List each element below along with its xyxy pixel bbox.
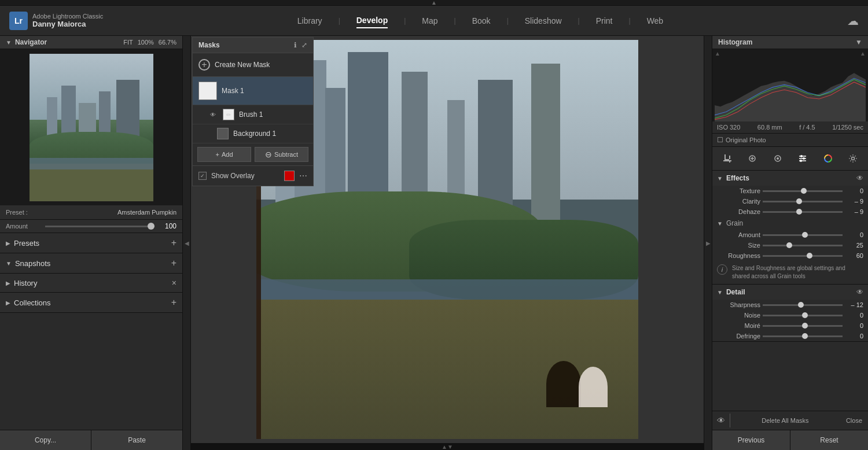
- hist-focal: 60.8 mm: [757, 124, 782, 131]
- collections-collapse-icon: ▶: [6, 300, 10, 306]
- create-mask-plus-icon: +: [198, 59, 210, 71]
- presets-add-btn[interactable]: +: [171, 238, 176, 248]
- cloud-icon[interactable]: ☁: [847, 14, 859, 28]
- masks-panel-header: Masks ℹ ⤢: [193, 38, 313, 53]
- nav-item-map[interactable]: Map: [422, 14, 437, 28]
- detail-visibility-icon[interactable]: 👁: [856, 288, 863, 296]
- background-1-item[interactable]: Background 1: [193, 124, 313, 143]
- effects-visibility-icon[interactable]: 👁: [856, 174, 863, 182]
- background-1-label: Background 1: [233, 130, 276, 138]
- sharpness-slider[interactable]: [763, 304, 843, 306]
- texture-slider[interactable]: [763, 190, 843, 192]
- show-overlay-label[interactable]: Show Overlay: [211, 172, 255, 180]
- moire-thumb: [802, 323, 808, 329]
- settings-tool-icon[interactable]: [845, 150, 861, 167]
- snapshots-add-btn[interactable]: +: [171, 258, 176, 268]
- amount-label: Amount: [6, 223, 41, 230]
- right-panel: Histogram ▼ ▲ ▲ ISO 320 60.8 mm f / 4.5: [712, 36, 868, 450]
- mask-tool-icon[interactable]: [770, 150, 786, 167]
- presets-section-header[interactable]: ▶ Presets +: [0, 233, 182, 253]
- mask-1-item[interactable]: Mask 1: [193, 77, 313, 105]
- collections-add-btn[interactable]: +: [171, 297, 176, 308]
- left-bottom: Copy... Paste: [0, 430, 182, 450]
- masks-expand-icon[interactable]: ⤢: [301, 41, 307, 49]
- delete-all-masks-button[interactable]: Delete All Masks: [730, 414, 840, 427]
- main-photo: [256, 40, 638, 439]
- right-panel-collapse[interactable]: ▶: [704, 36, 712, 450]
- masks-info-icon[interactable]: ℹ: [294, 41, 297, 49]
- noise-slider[interactable]: [763, 315, 843, 316]
- grain-amount-slider[interactable]: [763, 234, 843, 236]
- show-overlay-checkbox[interactable]: ✓: [198, 172, 207, 180]
- grain-collapse-icon[interactable]: ▼: [717, 220, 723, 227]
- moire-slider[interactable]: [763, 325, 843, 327]
- grain-size-slider[interactable]: [763, 245, 843, 246]
- navigator-collapse-icon[interactable]: ▼: [6, 39, 12, 46]
- effects-collapse-icon: ▼: [717, 175, 723, 182]
- left-panel-collapse[interactable]: ◀: [183, 36, 191, 450]
- subtract-label: Subtract: [274, 151, 298, 158]
- detail-section-header[interactable]: ▼ Detail 👁: [712, 285, 868, 300]
- overlay-color-swatch[interactable]: [284, 171, 295, 181]
- dehaze-slider[interactable]: [763, 211, 843, 213]
- add-mask-button[interactable]: + Add: [197, 147, 251, 162]
- create-mask-label: Create New Mask: [215, 61, 270, 69]
- overlay-options-icon[interactable]: ⋯: [299, 171, 307, 180]
- brush-1-label: Brush 1: [239, 110, 263, 119]
- histogram-expand-icon[interactable]: ▼: [855, 38, 862, 46]
- photo-container[interactable]: DSCF2991.RAF 22/10/2023 15:27:10 4160 x …: [191, 36, 704, 443]
- nav-item-library[interactable]: Library: [297, 14, 322, 28]
- defringe-slider[interactable]: [763, 335, 843, 337]
- nav-item-print[interactable]: Print: [596, 14, 613, 28]
- nav-item-web[interactable]: Web: [647, 14, 664, 28]
- navigator-header: ▼ Navigator FIT 100% 66.7%: [0, 36, 182, 49]
- history-section-header[interactable]: ▶ History ×: [0, 274, 182, 293]
- nav-item-develop[interactable]: Develop: [356, 13, 388, 28]
- brush-1-thumbnail: ✏: [223, 109, 234, 120]
- clarity-slider[interactable]: [763, 201, 843, 202]
- collections-section-header[interactable]: ▶ Collections +: [0, 293, 182, 313]
- brush-visibility-icon[interactable]: 👁: [210, 112, 216, 118]
- eye-button[interactable]: 👁: [717, 416, 725, 425]
- previous-button[interactable]: Previous: [712, 430, 790, 450]
- amount-row: Amount 100: [0, 220, 182, 233]
- shadow-clipping-icon[interactable]: ▲: [715, 50, 720, 57]
- subtract-mask-button[interactable]: ⊖ Subtract: [255, 147, 308, 162]
- svg-point-5: [777, 157, 779, 160]
- paste-button[interactable]: Paste: [91, 430, 182, 450]
- close-masks-button[interactable]: Close: [840, 414, 868, 427]
- reset-button[interactable]: Reset: [790, 430, 868, 450]
- highlight-clipping-icon[interactable]: ▲: [860, 50, 866, 57]
- original-photo-checkbox[interactable]: ☐: [717, 136, 723, 144]
- clarity-value: – 9: [845, 198, 863, 205]
- grain-size-value: 25: [845, 242, 863, 249]
- nav-right: ☁: [824, 14, 859, 28]
- hist-iso: ISO 320: [717, 124, 740, 131]
- zoom-fit[interactable]: FIT: [123, 39, 133, 46]
- dehaze-label: Dehaze: [717, 208, 760, 215]
- amount-slider[interactable]: [45, 226, 155, 227]
- zoom-66[interactable]: 66.7%: [159, 39, 176, 46]
- grain-roughness-value: 60: [845, 252, 863, 259]
- snapshots-section-header[interactable]: ▼ Snapshots +: [0, 253, 182, 274]
- main-nav: Library|Develop|Map|Book|Slideshow|Print…: [137, 13, 824, 28]
- nav-item-book[interactable]: Book: [472, 14, 491, 28]
- grain-info-text: Size and Roughness are global settings a…: [732, 264, 863, 281]
- nav-item-slideshow[interactable]: Slideshow: [525, 14, 562, 28]
- clarity-label: Clarity: [717, 198, 760, 205]
- adjust-tool-icon[interactable]: [795, 150, 811, 167]
- heal-tool-icon[interactable]: [744, 150, 760, 167]
- top-collapse-arrow[interactable]: ▲: [0, 0, 868, 6]
- history-clear-btn[interactable]: ×: [172, 278, 176, 287]
- texture-thumb: [801, 188, 807, 194]
- effects-section-header[interactable]: ▼ Effects 👁: [712, 171, 868, 186]
- copy-button[interactable]: Copy...: [0, 430, 91, 450]
- filmstrip-expand-icon[interactable]: ▲▼: [442, 444, 453, 450]
- grain-roughness-slider[interactable]: [763, 255, 843, 257]
- crop-tool-icon[interactable]: [719, 150, 735, 167]
- brush-1-item[interactable]: 👁 ✏ Brush 1: [193, 105, 313, 124]
- create-new-mask-button[interactable]: + Create New Mask: [193, 53, 313, 77]
- color-tool-icon[interactable]: [820, 150, 836, 167]
- svg-point-9: [800, 155, 803, 157]
- zoom-100[interactable]: 100%: [138, 39, 154, 46]
